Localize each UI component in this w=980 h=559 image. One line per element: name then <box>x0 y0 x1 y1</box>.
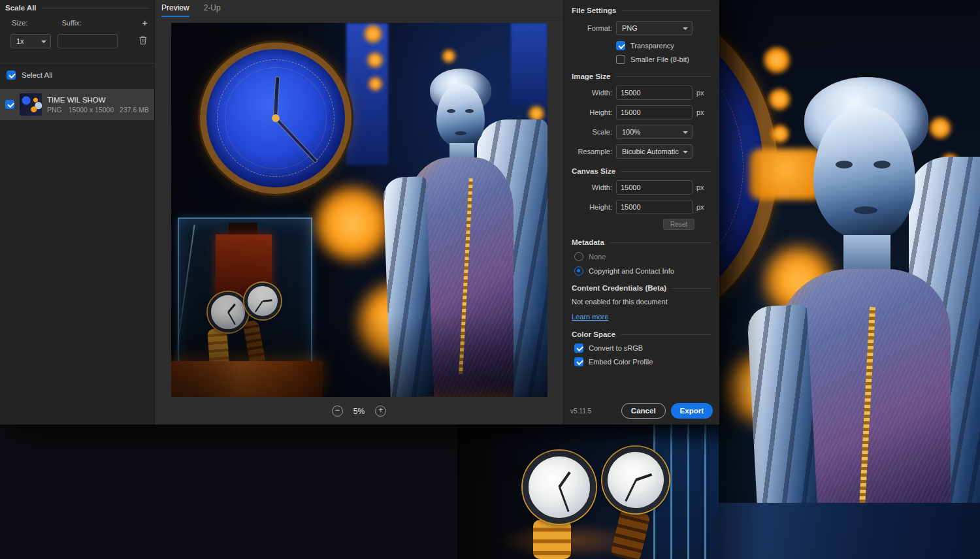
canvas-height-unit: px <box>696 203 704 211</box>
format-label: Format: <box>572 24 612 32</box>
export-as-dialog: Scale All Size: Suffix: + 1x Select All <box>0 0 719 424</box>
watch-graphic <box>208 292 248 332</box>
asset-dimensions: 15000 x 15000 <box>69 106 114 114</box>
bokeh-light <box>442 49 456 63</box>
scale-all-header: Scale All <box>5 4 149 12</box>
dialog-shadow-fade <box>715 0 980 559</box>
asset-title: TIME WIL SHOW <box>47 96 149 104</box>
image-width-unit: px <box>696 89 704 97</box>
metadata-copyright-label: Copyright and Contact Info <box>589 267 674 275</box>
preview-tabs: Preview 2-Up <box>155 0 563 18</box>
transparency-checkbox[interactable] <box>616 41 625 50</box>
asset-file-size: 237.6 MB <box>120 106 149 114</box>
case-base-graphic <box>171 361 323 397</box>
reset-button[interactable]: Reset <box>663 219 694 230</box>
metadata-none-radio[interactable] <box>574 252 583 261</box>
canvas-width-input[interactable] <box>616 180 693 195</box>
zoom-in-button[interactable]: + <box>375 406 386 417</box>
embed-profile-label: Embed Color Profile <box>589 358 653 366</box>
export-button[interactable]: Export <box>671 403 713 419</box>
content-credentials-status: Not enabled for this document <box>572 298 711 306</box>
bokeh-light <box>312 183 393 264</box>
learn-more-link[interactable]: Learn more <box>572 313 608 321</box>
suffix-input[interactable] <box>57 34 118 48</box>
scale-all-label: Scale All <box>5 4 37 12</box>
size-label: Size: <box>12 19 27 27</box>
cancel-button[interactable]: Cancel <box>621 403 666 419</box>
color-space-header: Color Space <box>572 330 711 338</box>
canvas-width-unit: px <box>696 184 704 191</box>
background-canvas-bottom <box>457 424 719 559</box>
convert-srgb-checkbox[interactable] <box>574 343 583 353</box>
metadata-header: Metadata <box>572 238 711 246</box>
zoom-controls: − 5% + <box>155 406 563 417</box>
tab-2up[interactable]: 2-Up <box>204 0 221 17</box>
trash-icon[interactable] <box>139 35 148 48</box>
asset-thumbnail <box>20 93 42 116</box>
image-width-label: Width: <box>572 89 612 97</box>
bokeh-light <box>363 24 383 44</box>
tab-preview[interactable]: Preview <box>161 0 189 17</box>
asset-checkbox[interactable] <box>5 100 14 109</box>
blue-pillar-graphic <box>346 23 388 165</box>
metadata-none-label: None <box>589 253 606 261</box>
version-label: v5.11.5 <box>570 407 591 415</box>
preview-panel: Preview 2-Up <box>155 0 563 424</box>
suffix-label: Suffix: <box>61 19 81 27</box>
image-width-input[interactable] <box>616 86 693 100</box>
format-dropdown[interactable]: PNG <box>616 21 693 35</box>
smaller-file-label: Smaller File (8-bit) <box>630 56 689 63</box>
zoom-out-button[interactable]: − <box>332 406 343 417</box>
scale-label: Scale: <box>572 128 612 136</box>
blue-pillar-graphic <box>511 23 547 106</box>
dialog-footer: v5.11.5 Cancel Export <box>570 403 713 419</box>
background-canvas-right <box>715 0 980 559</box>
file-settings-header: File Settings <box>572 7 711 14</box>
image-height-unit: px <box>696 108 704 116</box>
scale-dropdown[interactable]: 100% <box>616 125 693 139</box>
scale-panel: Scale All Size: Suffix: + 1x Select All <box>0 0 155 424</box>
content-credentials-header: Content Credentials (Beta) <box>572 284 711 292</box>
preview-image[interactable] <box>171 23 547 397</box>
asset-format: PNG <box>47 106 62 114</box>
image-height-input[interactable] <box>616 105 693 120</box>
add-scale-button[interactable]: + <box>142 18 148 27</box>
image-size-header: Image Size <box>572 72 711 80</box>
bokeh-light <box>367 52 384 69</box>
canvas-width-label: Width: <box>572 184 612 191</box>
smaller-file-checkbox[interactable] <box>616 55 625 64</box>
bokeh-light <box>368 76 383 91</box>
convert-srgb-label: Convert to sRGB <box>589 344 643 352</box>
canvas-size-header: Canvas Size <box>572 167 711 175</box>
canvas-height-input[interactable] <box>616 200 693 214</box>
clock-graphic <box>200 42 351 194</box>
asset-list-item[interactable]: TIME WIL SHOW PNG 15000 x 15000 237.6 MB <box>0 89 154 120</box>
settings-panel: File Settings Format: PNG Transparency S… <box>563 0 719 424</box>
scale-size-dropdown[interactable]: 1x <box>10 34 51 48</box>
resample-label: Resample: <box>572 148 612 155</box>
resample-dropdown[interactable]: Bicubic Automatic <box>616 144 693 159</box>
divider <box>0 63 154 63</box>
zoom-level: 5% <box>353 407 365 416</box>
transparency-label: Transparency <box>630 42 674 50</box>
metadata-copyright-radio[interactable] <box>574 266 583 276</box>
embed-profile-checkbox[interactable] <box>574 357 583 366</box>
canvas-height-label: Height: <box>572 203 612 211</box>
select-all-checkbox[interactable] <box>7 71 16 80</box>
shadow-fades <box>457 424 719 559</box>
select-all-label: Select All <box>22 71 52 79</box>
image-height-label: Height: <box>572 108 612 116</box>
